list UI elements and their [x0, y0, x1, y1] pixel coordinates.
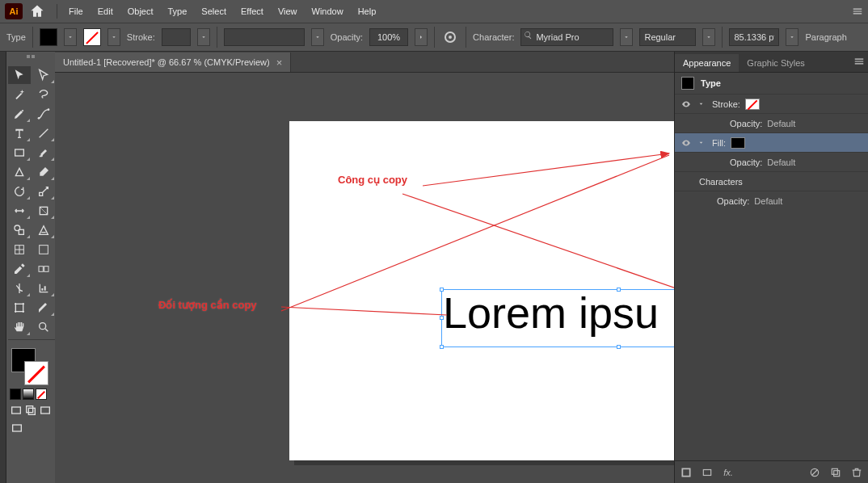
- menu-view[interactable]: View: [272, 3, 304, 19]
- close-icon[interactable]: ×: [276, 57, 283, 69]
- font-family-input[interactable]: [520, 28, 613, 46]
- stroke-color-swatch[interactable]: [745, 99, 760, 110]
- tab-graphic-styles[interactable]: Graphic Styles: [739, 54, 813, 72]
- duplicate-item-icon[interactable]: [829, 466, 842, 479]
- stroke-row-label: Stroke:: [712, 99, 740, 109]
- font-size-dropdown[interactable]: [786, 28, 798, 46]
- menu-effect[interactable]: Effect: [234, 3, 270, 19]
- fill-color-swatch[interactable]: [731, 137, 745, 149]
- appearance-stroke-opacity-row[interactable]: Opacity: Default: [675, 113, 868, 132]
- visibility-toggle-icon[interactable]: [680, 138, 693, 148]
- font-size-input[interactable]: [729, 28, 779, 46]
- brush-dropdown[interactable]: [311, 28, 324, 46]
- brush-definition-input[interactable]: [224, 28, 305, 46]
- draw-behind-icon[interactable]: [24, 403, 37, 418]
- tools-drag-handle[interactable]: [6, 55, 55, 63]
- tools-panel: [6, 52, 55, 483]
- dock-edge-left[interactable]: [0, 52, 6, 483]
- column-graph-tool[interactable]: [32, 279, 55, 297]
- appearance-fill-row[interactable]: Fill:: [675, 132, 868, 152]
- stroke-swatch[interactable]: [83, 28, 101, 46]
- menu-edit[interactable]: Edit: [91, 3, 120, 19]
- lasso-tool[interactable]: [32, 86, 55, 103]
- draw-normal-icon[interactable]: [10, 403, 23, 418]
- svg-point-17: [445, 32, 455, 42]
- blend-tool[interactable]: [32, 260, 55, 278]
- menu-help[interactable]: Help: [352, 3, 383, 19]
- font-family-field[interactable]: [520, 28, 613, 46]
- line-segment-tool[interactable]: [32, 124, 55, 142]
- paintbrush-tool[interactable]: [32, 144, 55, 162]
- slice-tool[interactable]: [32, 299, 55, 317]
- add-stroke-icon[interactable]: [680, 466, 693, 479]
- hand-tool[interactable]: [8, 318, 31, 336]
- delete-item-icon[interactable]: [850, 466, 863, 479]
- menu-type[interactable]: Type: [162, 3, 194, 19]
- fill-stroke-swatch[interactable]: [6, 346, 55, 384]
- menu-file[interactable]: File: [62, 3, 90, 19]
- mesh-tool[interactable]: [8, 241, 31, 258]
- canvas[interactable]: Lorem ipsu Công cụ copy Đối tượng cần co…: [55, 73, 674, 483]
- opacity-label: Opacity:: [331, 32, 363, 42]
- stroke-color-swatch[interactable]: [24, 361, 48, 385]
- appearance-stroke-row[interactable]: Stroke:: [675, 94, 868, 113]
- opacity-input[interactable]: [369, 28, 408, 46]
- direct-selection-tool[interactable]: [32, 66, 55, 84]
- symbol-sprayer-tool[interactable]: [8, 279, 31, 297]
- scale-tool[interactable]: [32, 183, 55, 200]
- appearance-characters-row[interactable]: Characters: [675, 171, 868, 191]
- opacity-row-label: Opacity:: [717, 196, 749, 206]
- eyedropper-tool[interactable]: [8, 260, 31, 278]
- color-mode-gradient[interactable]: [23, 388, 34, 400]
- document-tab[interactable]: Untitled-1 [Recovered]* @ 66.67 % (CMYK/…: [55, 52, 291, 72]
- curvature-tool[interactable]: [32, 105, 55, 123]
- free-transform-tool[interactable]: [32, 202, 55, 220]
- document-tab-title: Untitled-1 [Recovered]* @ 66.67 % (CMYK/…: [63, 57, 270, 67]
- menubar-overflow-icon[interactable]: [850, 0, 865, 23]
- draw-inside-icon[interactable]: [39, 403, 52, 418]
- width-tool[interactable]: [8, 202, 31, 220]
- gradient-tool[interactable]: [32, 241, 55, 258]
- rectangle-tool[interactable]: [8, 144, 31, 162]
- stroke-weight-input[interactable]: [162, 28, 191, 46]
- magic-wand-tool[interactable]: [8, 86, 31, 103]
- font-style-dropdown[interactable]: [702, 28, 715, 46]
- stroke-weight-dropdown[interactable]: [197, 28, 210, 46]
- eraser-tool[interactable]: [32, 163, 55, 181]
- shaper-tool[interactable]: [8, 163, 31, 181]
- font-family-dropdown[interactable]: [620, 28, 633, 46]
- home-icon[interactable]: [29, 3, 45, 19]
- selection-tool[interactable]: [8, 66, 31, 84]
- artboard-tool[interactable]: [8, 299, 31, 317]
- stroke-swatch-dropdown[interactable]: [107, 28, 120, 46]
- appearance-fill-opacity-row[interactable]: Opacity: Default: [675, 152, 868, 171]
- panel-menu-icon[interactable]: [853, 56, 865, 69]
- menu-object[interactable]: Object: [121, 3, 160, 19]
- add-effect-label[interactable]: fx.: [722, 466, 735, 479]
- recolor-icon[interactable]: [441, 28, 459, 46]
- perspective-grid-tool[interactable]: [32, 221, 55, 239]
- fill-swatch[interactable]: [40, 28, 57, 46]
- fill-swatch-dropdown[interactable]: [64, 28, 77, 46]
- zoom-tool[interactable]: [32, 318, 55, 336]
- expand-icon[interactable]: [697, 138, 707, 148]
- font-style-input[interactable]: [639, 28, 696, 46]
- add-fill-icon[interactable]: [701, 466, 714, 479]
- rotate-tool[interactable]: [8, 183, 31, 200]
- tab-appearance[interactable]: Appearance: [675, 54, 739, 72]
- pen-tool[interactable]: [8, 105, 31, 123]
- shape-builder-tool[interactable]: [8, 221, 31, 239]
- expand-icon[interactable]: [697, 99, 707, 109]
- menu-window[interactable]: Window: [305, 3, 350, 19]
- paragraph-label[interactable]: Paragraph: [805, 32, 846, 42]
- screen-mode-icon[interactable]: [10, 421, 24, 435]
- menu-select[interactable]: Select: [195, 3, 233, 19]
- visibility-toggle-icon[interactable]: [680, 99, 693, 109]
- appearance-opacity-row[interactable]: Opacity: Default: [675, 191, 868, 210]
- clear-appearance-icon[interactable]: [808, 466, 821, 479]
- type-tool[interactable]: [8, 124, 31, 142]
- opacity-dropdown[interactable]: [415, 28, 428, 46]
- text-object[interactable]: Lorem ipsu: [443, 291, 674, 347]
- color-mode-none[interactable]: [36, 388, 47, 400]
- color-mode-solid[interactable]: [10, 388, 21, 400]
